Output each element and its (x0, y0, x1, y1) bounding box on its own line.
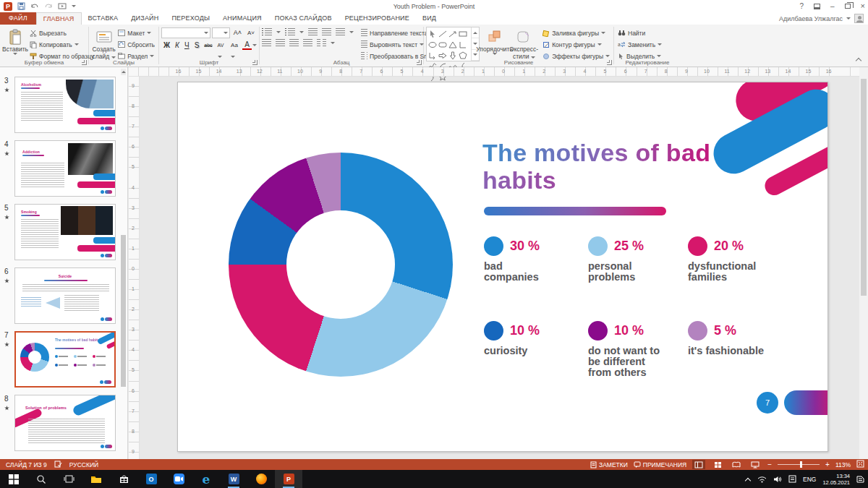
slide-4-thumbnail[interactable]: Addiction (14, 140, 116, 197)
copy-button[interactable]: Копировать (28, 39, 95, 50)
underline-button[interactable]: Ч (182, 40, 192, 51)
language-indicator[interactable]: РУССКИЙ (69, 461, 98, 468)
new-slide-button[interactable]: Создать слайд (91, 27, 116, 60)
zoom-percentage[interactable]: 113% (835, 461, 851, 468)
tray-expand-icon[interactable] (745, 476, 751, 482)
bullets-icon[interactable] (262, 28, 272, 36)
slide-title[interactable]: The motives of bad habits (482, 139, 710, 194)
italic-button[interactable]: К (173, 40, 182, 51)
clipboard-dialog-launcher[interactable] (82, 60, 87, 65)
powerpoint-button[interactable]: P (275, 470, 302, 488)
edge-button[interactable]: e (192, 470, 220, 488)
zoom-app-button[interactable] (165, 470, 192, 488)
line-spacing-icon[interactable] (336, 28, 345, 36)
align-center-icon[interactable] (276, 39, 285, 47)
font-color-button[interactable]: А (242, 40, 252, 50)
decrease-indent-icon[interactable] (308, 28, 318, 36)
wifi-icon[interactable] (757, 473, 767, 486)
tab-дизайн[interactable]: ДИЗАЙН (124, 12, 165, 25)
tab-файл[interactable]: ФАЙЛ (0, 12, 36, 25)
legend-item-5[interactable]: 5 %it's fashionable (688, 321, 796, 356)
collapse-ribbon-icon[interactable] (856, 58, 862, 62)
spellcheck-icon[interactable] (54, 461, 62, 469)
character-spacing-button[interactable]: AV (216, 40, 228, 51)
slideshow-view-button[interactable] (749, 460, 762, 469)
ribbon-options-icon[interactable] (814, 4, 820, 9)
font-name-combo[interactable] (161, 27, 210, 38)
comments-button[interactable]: ПРИМЕЧАНИЯ (634, 461, 686, 468)
slide-7-thumbnail-selected[interactable]: The motives of bad habits (14, 331, 116, 388)
tab-анимация[interactable]: АНИМАЦИЯ (216, 12, 268, 25)
replace-button[interactable]: aЗаменить (616, 39, 663, 50)
restore-icon[interactable] (845, 4, 851, 9)
tab-переходы[interactable]: ПЕРЕХОДЫ (165, 12, 216, 25)
file-explorer-button[interactable] (82, 470, 110, 488)
normal-view-button[interactable] (692, 460, 705, 469)
legend-item-3[interactable]: 10 %curiosity (484, 321, 592, 356)
reading-view-button[interactable] (730, 460, 743, 469)
legend-item-4[interactable]: 10 %do not want to be different from oth… (588, 321, 697, 378)
slide-8-thumbnail[interactable]: Solution of problems (14, 395, 116, 451)
tab-вставка[interactable]: ВСТАВКА (82, 12, 125, 25)
legend-item-2[interactable]: 20 %dysfunctional families (688, 236, 796, 283)
slide-3-thumbnail[interactable]: Alcoholism (14, 77, 116, 133)
legend-item-1[interactable]: 25 %personal problems (588, 236, 697, 283)
font-color-dropdown[interactable] (252, 44, 257, 46)
paste-button[interactable]: Вставить (2, 27, 28, 55)
firefox-button[interactable] (247, 470, 275, 488)
tray-app-icon[interactable] (788, 473, 796, 486)
notes-button[interactable]: ЗАМЕТКИ (590, 461, 628, 468)
strikethrough-button[interactable]: abc (202, 40, 214, 51)
volume-icon[interactable] (773, 473, 782, 486)
quick-styles-button[interactable]: Экспресс- стили (510, 27, 539, 60)
shape-outline-button[interactable]: Контур фигуры (541, 39, 611, 50)
bold-button[interactable]: Ж (161, 40, 172, 51)
microsoft-store-button[interactable] (110, 470, 137, 488)
start-button[interactable] (0, 470, 27, 488)
thumbnail-scrollbar[interactable] (121, 69, 126, 458)
title-underline-bar[interactable] (484, 207, 666, 215)
tab-показ-слайдов[interactable]: ПОКАЗ СЛАЙДОВ (268, 12, 339, 25)
task-view-button[interactable] (55, 470, 82, 488)
word-button[interactable]: W (220, 470, 247, 488)
minimize-icon[interactable]: – (830, 0, 835, 12)
slide-6-thumbnail[interactable]: Suicide (14, 267, 116, 324)
keyboard-language[interactable]: ENG (803, 476, 816, 483)
zoom-out-button[interactable]: − (767, 461, 772, 468)
tab-вид[interactable]: ВИД (416, 12, 443, 25)
shapes-gallery-scroll[interactable] (471, 27, 479, 61)
clock[interactable]: 13:34 12.05.2021 (822, 473, 850, 486)
numbering-icon[interactable] (285, 28, 295, 36)
legend-item-0[interactable]: 30 %bad companies (484, 236, 592, 283)
layout-button[interactable]: Макет (116, 27, 156, 38)
text-shadow-button[interactable]: S (192, 40, 202, 51)
justify-icon[interactable] (303, 39, 312, 47)
close-icon[interactable]: × (861, 0, 865, 12)
shape-fill-button[interactable]: Заливка фигуры (541, 27, 611, 38)
reset-button[interactable]: Сбросить (116, 39, 156, 50)
help-icon[interactable]: ? (799, 0, 804, 12)
taskbar-search-button[interactable] (27, 470, 55, 488)
font-size-combo[interactable] (212, 27, 230, 38)
slide-sorter-view-button[interactable] (711, 460, 724, 469)
paragraph-dialog-launcher[interactable] (417, 60, 422, 65)
zoom-slider[interactable] (778, 461, 820, 468)
action-center-icon[interactable] (856, 473, 864, 486)
user-account[interactable]: Адилбаева Улжалгас (779, 12, 868, 25)
shapes-gallery[interactable] (426, 27, 480, 61)
vertical-scrollbar[interactable] (859, 67, 868, 459)
tab-главная[interactable]: ГЛАВНАЯ (36, 12, 82, 25)
font-dialog-launcher[interactable] (252, 60, 258, 65)
columns-icon[interactable] (317, 39, 326, 47)
find-button[interactable]: Найти (616, 27, 663, 38)
increase-indent-icon[interactable] (322, 28, 331, 36)
cut-button[interactable]: Вырезать (28, 27, 95, 38)
grow-font-button[interactable]: A˄ (231, 27, 244, 38)
slide-5-thumbnail[interactable]: Smoking (14, 204, 116, 260)
align-left-icon[interactable] (262, 39, 271, 47)
shrink-font-button[interactable]: A˅ (245, 27, 257, 38)
fit-to-window-icon[interactable] (856, 460, 864, 469)
change-case-button[interactable]: Аа (229, 40, 242, 51)
tab-рецензирование[interactable]: РЕЦЕНЗИРОВАНИЕ (339, 12, 416, 25)
align-right-icon[interactable] (289, 39, 299, 47)
